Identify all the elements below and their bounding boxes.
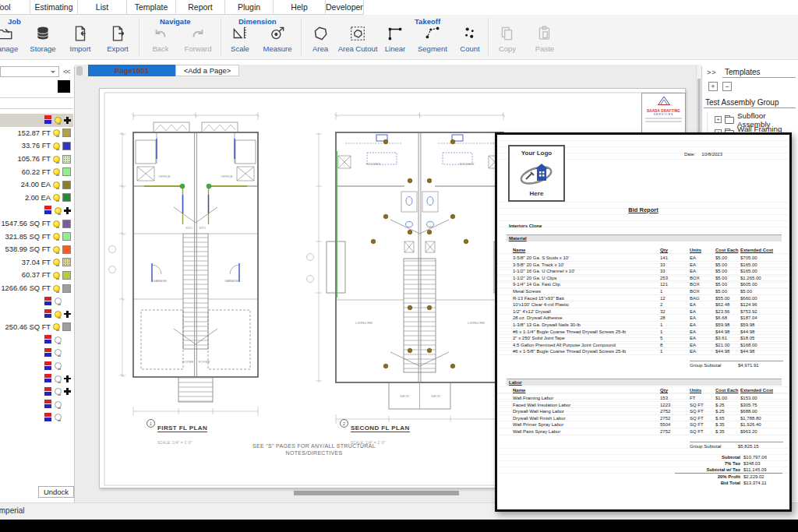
import-button[interactable]: Import (59, 25, 101, 53)
takeoff-color-swatch[interactable] (62, 155, 71, 164)
expand-all-button[interactable]: + (708, 82, 718, 91)
assembly-group-field[interactable]: Test Assembly Group (704, 97, 796, 108)
area-button[interactable]: Area (299, 25, 341, 53)
collapse-all-button[interactable]: − (722, 82, 732, 91)
takeoff-row[interactable]: 60.37 FT (0, 269, 73, 282)
takeoff-row[interactable]: 538.99 SQ FT (0, 243, 73, 256)
takeoff-row[interactable]: 152.87 FT (0, 127, 73, 140)
scale-button[interactable]: Scale (219, 25, 261, 53)
takeoff-color-swatch[interactable] (62, 322, 71, 331)
bulb-visibility-icon[interactable] (53, 246, 60, 253)
menu-item[interactable]: Report (175, 0, 225, 15)
bulb-visibility-icon[interactable] (55, 311, 62, 318)
bulb-visibility-icon[interactable] (55, 388, 62, 395)
takeoff-row[interactable]: 1547.56 SQ FT (0, 217, 73, 231)
menu-item[interactable]: Plugin (224, 0, 274, 15)
bulb-visibility-icon[interactable] (55, 362, 62, 369)
copy-button[interactable]: Copy (486, 25, 528, 53)
takeoff-color-swatch[interactable] (62, 258, 71, 266)
bulb-visibility-icon[interactable] (55, 401, 62, 408)
takeoff-row[interactable] (0, 294, 73, 308)
linear-button[interactable]: Linear (374, 25, 416, 53)
color-swatch-black[interactable] (58, 80, 70, 93)
takeoff-row[interactable] (0, 359, 73, 372)
count-button[interactable]: Count (449, 25, 491, 53)
takeoff-row[interactable]: 37.04 FT (0, 256, 73, 270)
page-tab-active[interactable]: Page1001 (88, 65, 175, 76)
takeoff-group-dropdown[interactable] (0, 66, 59, 77)
bulb-visibility-icon[interactable] (53, 143, 60, 150)
bulb-visibility-icon[interactable] (55, 336, 62, 344)
takeoff-color-swatch[interactable] (62, 129, 71, 137)
add-icon[interactable] (64, 388, 71, 395)
bulb-visibility-icon[interactable] (53, 194, 60, 201)
bulb-visibility-icon[interactable] (53, 233, 60, 240)
takeoff-name-input[interactable] (0, 97, 73, 109)
collapse-sidebar-button[interactable]: << (63, 68, 70, 76)
bulb-visibility-icon[interactable] (53, 156, 60, 163)
horizontal-scrollbar-thumb[interactable] (294, 491, 459, 495)
takeoff-row[interactable] (0, 398, 73, 411)
bulb-visibility-icon[interactable] (55, 207, 62, 214)
forward-button[interactable]: Forward (177, 25, 219, 53)
takeoff-color-swatch[interactable] (62, 193, 71, 202)
bulb-visibility-icon[interactable] (53, 259, 60, 266)
templates-dropdown[interactable]: Templates (722, 66, 796, 78)
takeoff-color-swatch[interactable] (62, 232, 71, 241)
takeoff-row[interactable] (0, 347, 73, 360)
bulb-visibility-icon[interactable] (53, 323, 60, 330)
menu-item[interactable]: Help (273, 0, 326, 15)
takeoff-color-swatch[interactable] (62, 220, 71, 228)
takeoff-row[interactable] (0, 385, 73, 398)
bulb-visibility-icon[interactable] (53, 181, 60, 188)
area-cutout-button[interactable]: Area Cutout (337, 25, 379, 53)
bid-report-window[interactable]: Your Logo Here Date: 10/8/2023 (495, 132, 792, 512)
storage-button[interactable]: Storage (22, 25, 64, 53)
takeoff-row[interactable]: 321.85 SQ FT (0, 230, 73, 243)
takeoff-row[interactable] (0, 114, 73, 127)
menu-item[interactable]: Template (126, 0, 176, 15)
add-icon[interactable] (64, 375, 71, 382)
add-icon[interactable] (64, 207, 71, 214)
takeoff-color-swatch[interactable] (62, 142, 71, 150)
takeoff-color-swatch[interactable] (62, 284, 71, 293)
add-icon[interactable] (64, 311, 71, 318)
menu-item[interactable]: Developer (325, 0, 364, 15)
segment-button[interactable]: Segment (411, 25, 454, 53)
bulb-visibility-icon[interactable] (55, 375, 62, 382)
bulb-visibility-icon[interactable] (55, 298, 62, 305)
takeoff-color-swatch[interactable] (62, 181, 71, 189)
paste-button[interactable]: Paste (524, 25, 566, 53)
takeoff-row[interactable]: 2.00 EA (0, 192, 73, 205)
add-page-tab[interactable]: <Add a Page> (175, 65, 239, 76)
bulb-visibility-icon[interactable] (53, 285, 60, 292)
takeoff-row[interactable]: 1266.66 SQ FT (0, 282, 73, 295)
back-button[interactable]: Back (139, 25, 182, 53)
bulb-visibility-icon[interactable] (53, 129, 60, 136)
takeoff-color-swatch[interactable] (62, 167, 71, 176)
takeoff-row[interactable] (0, 333, 73, 347)
bulb-visibility-icon[interactable] (55, 349, 62, 356)
takeoff-row[interactable] (0, 308, 73, 321)
takeoff-color-swatch[interactable] (62, 271, 71, 280)
bulb-visibility-icon[interactable] (55, 414, 62, 421)
menu-item[interactable]: List (77, 0, 127, 15)
undock-button[interactable]: Undock (38, 486, 74, 498)
takeoff-row[interactable] (0, 204, 73, 217)
expand-node-icon[interactable] (715, 116, 722, 123)
menu-item[interactable]: Tool (0, 0, 30, 15)
takeoff-row[interactable]: 24.00 EA (0, 178, 73, 192)
takeoff-row[interactable] (0, 372, 73, 386)
bulb-visibility-icon[interactable] (53, 272, 60, 279)
export-button[interactable]: Export (97, 25, 139, 53)
bulb-visibility-icon[interactable] (55, 117, 62, 124)
menu-item[interactable]: Estimating (30, 0, 78, 15)
takeoff-row[interactable]: 105.76 FT (0, 153, 73, 166)
measure-button[interactable]: Measure (256, 25, 298, 53)
add-icon[interactable] (64, 117, 71, 124)
takeoff-row[interactable]: 33.76 FT (0, 139, 73, 153)
bulb-visibility-icon[interactable] (53, 168, 60, 175)
takeoff-row[interactable]: 60.22 FT (0, 165, 73, 178)
takeoff-color-swatch[interactable] (62, 245, 71, 254)
takeoff-row[interactable]: 250.46 SQ FT (0, 321, 73, 334)
